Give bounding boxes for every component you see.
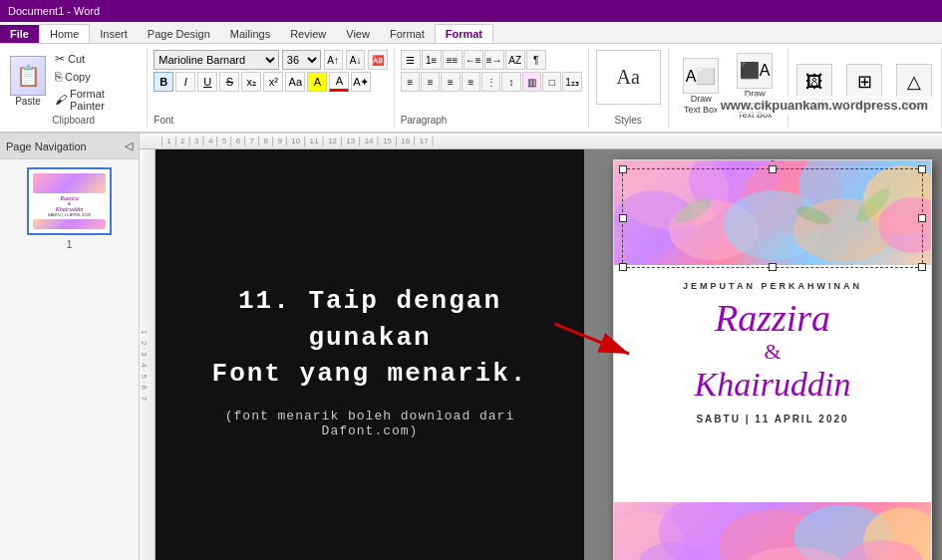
page-number-button[interactable]: 1₂₃	[562, 72, 581, 92]
styles-label: Styles	[615, 113, 642, 126]
clear-format-button[interactable]: 🆎	[368, 50, 387, 70]
page-nav-header: Page Navigation ◁	[0, 134, 139, 159]
tab-page-design[interactable]: Page Design	[138, 25, 220, 43]
col-break-button[interactable]: ⋮	[481, 72, 500, 92]
shape-icon: △	[896, 64, 932, 100]
strikethrough-button[interactable]: S	[219, 72, 239, 92]
cut-icon: ✂	[55, 52, 65, 66]
superscript-button[interactable]: x²	[263, 72, 283, 92]
increase-indent-button[interactable]: ≡→	[484, 50, 504, 70]
sort-button[interactable]: AZ	[505, 50, 525, 70]
watermark: www.cikpuankam.wordpress.com	[717, 96, 932, 115]
thumb-floral-top	[33, 173, 106, 193]
font-case-button[interactable]: Aa	[285, 72, 305, 92]
font-group: Marioline Barnard 36 A↑ A↓ 🆎 B I U S x₂ …	[148, 48, 394, 128]
overlay-subtitle: (font menarik boleh download dari Dafont…	[179, 409, 560, 438]
copy-button[interactable]: ⎘ Copy	[52, 69, 141, 85]
ribbon-tabs: File Home Insert Page Design Mailings Re…	[0, 22, 942, 44]
align-right-button[interactable]: ≡	[441, 72, 460, 92]
copy-icon: ⎘	[55, 70, 62, 84]
paste-label: Paste	[15, 96, 41, 107]
tab-home[interactable]: Home	[39, 24, 90, 43]
font-row1: Marioline Barnard 36 A↑ A↓ 🆎	[154, 50, 387, 70]
bold-button[interactable]: B	[154, 72, 173, 92]
doc-invite-label: JEMPUTAN PERKAHWINAN	[630, 281, 915, 291]
font-family-select[interactable]: Marioline Barnard	[154, 50, 279, 70]
list-buttons: ☰ 1≡ ≡≡ ←≡ ≡→ AZ ¶	[401, 50, 582, 70]
floral-top-decoration	[614, 160, 931, 265]
tab-format2[interactable]: Format	[435, 24, 493, 43]
text-highlight-button[interactable]: A	[307, 72, 327, 92]
doc-name2: Khairuddin	[630, 368, 915, 402]
align-justify-button[interactable]: ≡	[462, 72, 480, 92]
thumb-content: Razzira & Khairuddin SABTU | 11 APRIL 20…	[29, 169, 110, 233]
styles-button[interactable]: Aa	[596, 50, 661, 105]
font-label: Font	[154, 113, 387, 126]
clipboard-content: 📋 Paste ✂ Cut ⎘ Copy 🖌 Format Painter	[6, 50, 141, 113]
border-button[interactable]: □	[542, 72, 561, 92]
copy-label: Copy	[65, 71, 91, 83]
line-spacing-button[interactable]: ↕	[501, 72, 520, 92]
doc-ampersand: &	[630, 337, 915, 368]
vertical-ruler: 1 · 2 · 3 · 4 · 5 · 6 · 7	[140, 149, 156, 560]
shading-button[interactable]: ▥	[522, 72, 541, 92]
show-marks-button[interactable]: ¶	[526, 50, 546, 70]
insert-group: 🖼 Picture ⊞ Table △ Shape	[788, 48, 942, 128]
paragraph-label: Paragraph	[401, 113, 582, 126]
page-thumbnail[interactable]: Razzira & Khairuddin SABTU | 11 APRIL 20…	[27, 167, 112, 235]
ruler-v-marks: 1 · 2 · 3 · 4 · 5 · 6 · 7	[140, 330, 149, 401]
main-area: Page Navigation ◁ Razzira & Khairuddin S…	[0, 134, 942, 560]
tab-file[interactable]: File	[0, 25, 39, 43]
font-grow-button[interactable]: A↑	[324, 50, 343, 70]
align-buttons: ≡ ≡ ≡ ≡ ⋮ ↕ ▥ □ 1₂₃	[401, 72, 582, 92]
numbering-button[interactable]: 1≡	[422, 50, 442, 70]
italic-button[interactable]: I	[175, 72, 195, 92]
draw-text-box-group: A⬜ Draw Text Box ⬛A Draw Vertical Text B…	[669, 48, 788, 128]
format-painter-label: Format Painter	[70, 88, 138, 112]
underline-button[interactable]: U	[197, 72, 217, 92]
draw-text-box-icon: A⬜	[683, 58, 719, 94]
align-left-button[interactable]: ≡	[401, 72, 420, 92]
format-painter-icon: 🖌	[55, 93, 67, 107]
canvas-scroll[interactable]: 11. Taip dengan gunakan Font yang menari…	[156, 149, 942, 560]
svg-line-1	[554, 324, 629, 354]
tab-view[interactable]: View	[336, 25, 380, 43]
doc-name1: Razzira	[630, 299, 915, 337]
tab-review[interactable]: Review	[280, 25, 336, 43]
document-page: JEMPUTAN PERKAHWINAN Razzira & Khairuddi…	[613, 159, 932, 560]
table-icon: ⊞	[846, 64, 882, 100]
page-navigation-panel: Page Navigation ◁ Razzira & Khairuddin S…	[0, 134, 140, 560]
cut-label: Cut	[68, 53, 85, 65]
multilevel-button[interactable]: ≡≡	[443, 50, 463, 70]
canvas-with-ruler: 1 · 2 · 3 · 4 · 5 · 6 · 7 11. Taip denga…	[140, 149, 942, 560]
styles-group: Aa Styles	[589, 48, 669, 128]
ruler-marks: │ 1 │ 2 │ 3 │ 4 │ 5 │ 6 │ 7 │ 8 │ 9 │ 10…	[159, 137, 436, 145]
tab-mailings[interactable]: Mailings	[220, 25, 280, 43]
horizontal-ruler: │ 1 │ 2 │ 3 │ 4 │ 5 │ 6 │ 7 │ 8 │ 9 │ 10…	[140, 134, 942, 149]
font-color-button[interactable]: A	[329, 72, 349, 92]
small-clipboard-btns: ✂ Cut ⎘ Copy 🖌 Format Painter	[52, 51, 141, 113]
paragraph-group: ☰ 1≡ ≡≡ ←≡ ≡→ AZ ¶ ≡ ≡ ≡ ≡ ⋮ ↕ ▥ □ 1₂₃ P…	[395, 48, 589, 128]
ribbon: 📋 Paste ✂ Cut ⎘ Copy 🖌 Format Painter Cl…	[0, 44, 942, 134]
decrease-indent-button[interactable]: ←≡	[464, 50, 483, 70]
draw-text-box-label: Draw Text Box	[684, 94, 719, 116]
align-center-button[interactable]: ≡	[421, 72, 440, 92]
text-effects-button[interactable]: A✦	[351, 72, 371, 92]
font-shrink-button[interactable]: A↓	[346, 50, 365, 70]
paste-button[interactable]: 📋 Paste	[6, 54, 50, 109]
thumb-date: SABTU | 11 APRIL 2020	[33, 212, 106, 217]
bullets-button[interactable]: ☰	[401, 50, 421, 70]
subscript-button[interactable]: x₂	[241, 72, 261, 92]
tab-insert[interactable]: Insert	[90, 25, 138, 43]
page-nav-collapse[interactable]: ◁	[125, 140, 133, 152]
page-number: 1	[67, 239, 73, 250]
format-painter-button[interactable]: 🖌 Format Painter	[52, 87, 141, 113]
instruction-overlay: 11. Taip dengan gunakan Font yang menari…	[156, 149, 584, 560]
tab-format1[interactable]: Format	[380, 25, 435, 43]
floral-bottom-decoration	[614, 502, 931, 560]
paste-icon: 📋	[10, 56, 46, 96]
cut-button[interactable]: ✂ Cut	[52, 51, 141, 67]
font-size-select[interactable]: 36	[282, 50, 321, 70]
title-bar: Document1 - Word	[0, 0, 942, 22]
clipboard-group: 📋 Paste ✂ Cut ⎘ Copy 🖌 Format Painter Cl…	[0, 48, 148, 128]
